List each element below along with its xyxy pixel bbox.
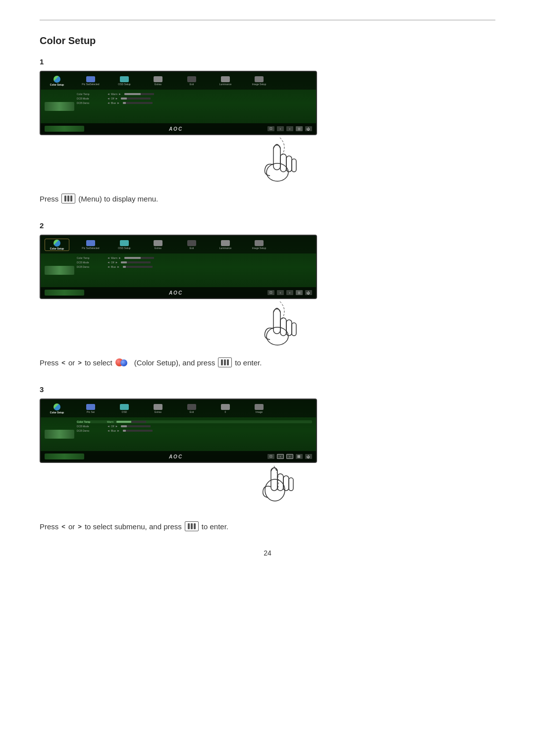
step-2-finger-wrap (40, 299, 317, 353)
ctrl-1-0: ◄ Warm ► (107, 93, 121, 96)
step-3-instruction: Press < or > to select submenu, and pres… (40, 521, 495, 531)
label-1-0: Color Temp (77, 93, 104, 96)
menu-item-lum-2: Luminance (213, 240, 238, 250)
step-1-logo-bar (45, 126, 84, 132)
f-2-0 (124, 257, 141, 259)
step-2-settings: Color Temp ◄ Warm ► (41, 253, 316, 287)
exit-label-1: Exit (190, 83, 194, 86)
cv-2-1: Off (111, 261, 114, 264)
menu-item-exit-1: Exit (179, 76, 204, 86)
al-2-0: ◄ (107, 256, 110, 259)
cv-3-0: Warm (107, 420, 113, 423)
step-3-monitor-inner: Color Setup Pic Sat OSD (41, 400, 316, 462)
b-3-0 (116, 421, 146, 423)
step-2-monitor: Color Setup Pic SatSelected OSD Setup (40, 235, 317, 299)
arrow-l-1-2: ◄ (107, 101, 110, 104)
arrow-r-1-0: ► (118, 93, 121, 96)
lum-icon-1 (221, 76, 230, 82)
exit-icon-2 (187, 240, 196, 246)
svg-rect-7 (280, 318, 286, 336)
ctrl-icon-menu-3: ▦ (296, 454, 303, 459)
osd-menu-icon-1 (120, 76, 129, 82)
setting-row-1-1: DCB Mode ◄ Off ► (77, 97, 312, 100)
lum-label-1: Luminance (219, 83, 231, 86)
setting-row-3-2: DCB Demo ◄ Blue ► (77, 429, 312, 432)
step-2-menu-bar: Color Setup Pic SatSelected OSD Setup (41, 236, 316, 253)
osd-icon-3 (120, 404, 129, 410)
page-title: Color Setup (40, 35, 495, 47)
menu-item-cs-3: Color Setup (45, 403, 69, 414)
step-1-monitor-col: Color Setup Pic SatSelected OSD Setup (40, 71, 317, 190)
img-icon-1 (255, 76, 264, 82)
menu-icon-inline-1 (61, 194, 75, 203)
menu-item-cs-2: Color Setup (45, 239, 69, 251)
step-1-finger-wrap (40, 135, 317, 190)
arrow-l-1-0: ◄ (107, 93, 110, 96)
instr-2-or: or (68, 358, 75, 367)
label-1-1: DCB Mode (77, 97, 104, 100)
bar-wrap-1-0 (124, 93, 312, 95)
menu-item-extras-2: Extras (146, 240, 170, 250)
cv-3-1: Off (111, 425, 114, 428)
step-3-finger-wrap (40, 463, 317, 517)
setting-row-2-0: Color Temp ◄ Warm ► (77, 256, 312, 259)
b-3-2 (123, 430, 153, 432)
step-1-bottom-controls: ⊡ ‹ › ||| ⏻ (268, 126, 312, 131)
pic-icon-2 (86, 240, 95, 246)
step-3-number: 3 (40, 385, 495, 394)
step-2-aoc-logo: AOC (169, 290, 183, 296)
step-2-finger-svg (248, 297, 307, 346)
extras-label-3: Extras (155, 410, 161, 413)
setting-row-2-2: DCB Demo ◄ Blue ► (77, 265, 312, 268)
zero-icon-3 (221, 404, 230, 410)
cv-2-2: Blue (111, 265, 116, 268)
step-2-content: Color Setup Pic SatSelected OSD Setup (40, 235, 495, 353)
chevron-right-2: > (78, 359, 82, 366)
step-1-rows: Color Temp ◄ Warm ► (77, 92, 312, 121)
step-3-logo-bar (45, 454, 84, 459)
fill-1-1 (121, 98, 127, 100)
ctrl-2-0: ◄ Warm ► (107, 256, 121, 259)
ctrl-icon-1d: ⏻ (305, 126, 312, 131)
menu-item-pic-3: Pic Sat (78, 404, 103, 413)
menu-item-0-3: 0 (213, 404, 238, 413)
ctrl-icon-1a: ⊡ (268, 126, 274, 131)
instr-2-mid: to select (85, 358, 112, 367)
img-label-2: Image Setup (252, 247, 266, 250)
ctrl-val-1-2: Blue (111, 101, 116, 104)
ctrl-2-1: ◄ Off ► (107, 261, 118, 264)
lum-label-2: Luminance (219, 247, 231, 250)
ctrl-icon-menu-2: ||| (296, 290, 303, 295)
menu-item-extras-1: Extras (146, 76, 170, 86)
label-2-2: DCB Demo (77, 265, 104, 268)
bw-3-0 (116, 421, 312, 423)
instr-3-post: to enter. (202, 522, 228, 531)
setting-row-3-1: DCB Mode ◄ Off ► (77, 425, 312, 428)
ar-2-0: ► (118, 256, 121, 259)
label-2-1: DCB Mode (77, 261, 104, 264)
label-3-1: DCB Mode (77, 425, 104, 428)
bar-wrap-1-1 (121, 98, 312, 100)
ctrl-3-0: Warm (107, 420, 113, 423)
step-2-bottom-controls: ⊡ ‹ › ||| ⏻ (268, 290, 312, 295)
step-2-logo-bar (45, 290, 84, 296)
exit-label-2: Exit (190, 247, 194, 250)
extras-label-1: Extras (155, 83, 161, 86)
menu-item-exit-2: Exit (179, 240, 204, 250)
chevron-right-3: > (78, 523, 82, 530)
exit-label-3: Exit (190, 410, 194, 413)
f-3-2 (123, 430, 126, 432)
ctrl-icon-2b: ‹ (277, 290, 284, 295)
bar-1-1 (121, 98, 151, 100)
ar-3-1: ► (115, 425, 118, 428)
extras-icon-2 (154, 240, 162, 246)
pic-label-2: Pic SatSelected (82, 247, 99, 250)
step-2-block: 2 Color Setup Pic SatSelected (40, 221, 495, 367)
svg-rect-4 (292, 159, 296, 172)
menu-item-img-1: Image Setup (247, 76, 271, 86)
step-3-finger-svg (243, 463, 302, 517)
label-2-0: Color Temp (77, 256, 104, 259)
svg-rect-1 (273, 145, 280, 170)
menu-label-1: Color Setup (50, 83, 64, 86)
cv-2-0: Warm (111, 256, 117, 259)
